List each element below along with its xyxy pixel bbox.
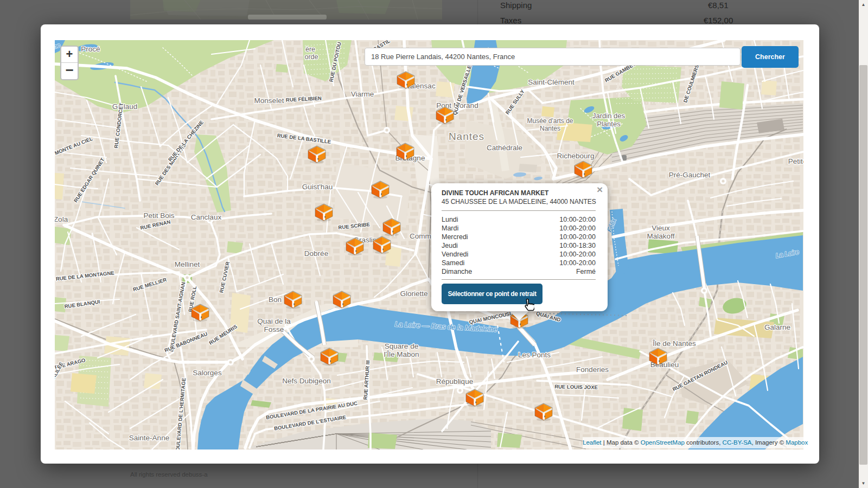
svg-text:Gloriette: Gloriette	[400, 290, 427, 298]
svg-text:Salorges: Salorges	[193, 369, 222, 377]
svg-text:Nantes: Nantes	[540, 125, 560, 132]
svg-text:Procé: Procé	[81, 45, 100, 53]
svg-text:Quai de la: Quai de la	[257, 317, 291, 325]
svg-text:Nefs Dubigeon: Nefs Dubigeon	[282, 377, 330, 385]
svg-text:Malakoff: Malakoff	[647, 232, 675, 240]
svg-text:Bon: Bon	[269, 296, 282, 304]
svg-text:Mellinet: Mellinet	[175, 260, 200, 268]
svg-text:Galarne: Galarne	[764, 323, 790, 331]
svg-text:Square de: Square de	[385, 342, 418, 350]
svg-text:Monselet: Monselet	[254, 97, 284, 105]
svg-text:Nantes: Nantes	[449, 131, 484, 142]
svg-text:Cathédrale: Cathédrale	[487, 144, 522, 152]
svg-text:Plantes: Plantes	[597, 120, 621, 128]
svg-text:Dobrée: Dobrée	[304, 249, 328, 258]
svg-text:Fosse: Fosse	[264, 325, 284, 333]
svg-text:Canclaux: Canclaux	[191, 213, 222, 221]
svg-text:RUE LOUIS JOXE: RUE LOUIS JOXE	[554, 383, 598, 390]
svg-text:l'Île Mabon: l'Île Mabon	[384, 350, 419, 358]
svg-text:Les Ponts: Les Ponts	[518, 351, 551, 359]
svg-text:Zola: Zola	[55, 215, 68, 223]
svg-text:République: République	[436, 377, 473, 386]
svg-text:Pré-Gauchet: Pré-Gauchet	[669, 171, 711, 179]
svg-text:Jardin des: Jardin des	[592, 112, 625, 120]
svg-text:orde: orde	[304, 53, 318, 61]
svg-text:ère: ère	[305, 46, 315, 53]
svg-text:Viarme: Viarme	[351, 90, 374, 98]
svg-text:Musée d'arts de: Musée d'arts de	[527, 117, 573, 125]
svg-text:Petite: Petite	[788, 157, 803, 165]
svg-text:Vieux: Vieux	[652, 224, 670, 232]
svg-text:Fonderies: Fonderies	[576, 365, 609, 374]
svg-text:Saint-Clément: Saint-Clément	[528, 78, 575, 86]
svg-text:Petit Bois: Petit Bois	[143, 211, 174, 220]
svg-text:Guist'hau: Guist'hau	[302, 183, 333, 191]
svg-text:Sainte-Anne: Sainte-Anne	[129, 434, 169, 442]
svg-text:Richebourg: Richebourg	[557, 152, 594, 160]
svg-text:Île de Nantes: Île de Nantes	[652, 339, 696, 348]
svg-text:Grillaud: Grillaud	[112, 102, 138, 111]
